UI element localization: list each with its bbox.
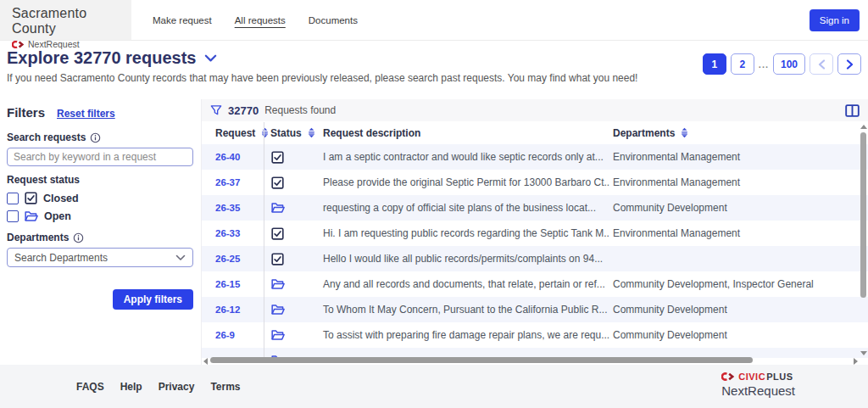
open-status-icon [271,329,285,341]
scroll-down-arrow-icon[interactable] [860,351,867,355]
footer-link-terms[interactable]: Terms [210,381,240,393]
open-status-icon [271,202,285,214]
request-id-link[interactable]: 26-40 [215,152,240,162]
closed-status-icon [271,151,284,164]
nav-make-request[interactable]: Make request [153,15,212,25]
reset-filters-link[interactable]: Reset filters [57,108,115,120]
sign-in-button[interactable]: Sign in [810,9,860,31]
pagination-ellipsis: ... [759,59,769,70]
table-row[interactable]: 26-33 Hi. I am requesting public records… [202,221,868,246]
request-id-link[interactable]: 26-15 [215,279,240,289]
table-row[interactable]: 26-15 Any and all records and documents,… [202,271,868,297]
agency-logo-block[interactable]: Sacramento County NextRequest [0,0,131,40]
status-filter-closed[interactable]: Closed [7,192,193,204]
search-requests-input[interactable] [7,148,193,166]
table-row[interactable]: 26-12 To Whom It May Concern, Pursuant t… [202,297,868,322]
chevron-down-icon [175,254,186,261]
nextrequest-brand-text: NextRequest [721,383,795,398]
request-description: To Whom It May Concern, Pursuant to the … [318,304,609,316]
info-icon[interactable] [73,232,84,243]
request-id-link[interactable]: 26-9 [215,330,235,340]
horizontal-scrollbar-thumb[interactable] [210,357,753,363]
closed-label: Closed [43,193,79,204]
request-description: To assist with preparing fire damage rep… [318,329,609,341]
request-departments: Environmental Management [609,227,868,239]
request-description: Any and all records and documents, that … [318,278,609,290]
sort-icon[interactable] [680,127,689,138]
open-status-icon [25,210,38,222]
request-departments: Community Development [609,304,868,316]
vertical-scrollbar[interactable] [860,125,867,355]
scroll-right-arrow-icon[interactable] [854,358,858,365]
request-status-label: Request status [7,174,80,186]
filters-sidebar: Filters Reset filters Search requests Re… [0,99,201,365]
table-row[interactable]: 26-25 Hello I would like all public reco… [202,246,868,271]
table-row[interactable]: 26-35 requesting a copy of official site… [202,195,868,221]
chevron-down-icon[interactable] [204,54,217,63]
sticky-column-divider [264,122,264,357]
open-status-icon [271,278,285,290]
nav-all-requests[interactable]: All requests [235,15,286,25]
chevron-left-icon [818,59,826,70]
columns-icon [845,104,860,117]
hero-section: Explore 32770 requests If you need Sacra… [0,41,868,99]
footer-link-privacy[interactable]: Privacy [159,381,195,393]
toggle-columns-button[interactable] [845,104,860,117]
request-id-link[interactable]: 26-12 [215,305,240,315]
request-description: Hi. I am requesting public records regar… [318,227,609,239]
request-departments: Community Development [609,202,868,214]
agency-name: Sacramento County [12,6,131,36]
status-filter-open[interactable]: Open [7,210,193,222]
request-description: requesting a copy of official site plans… [318,202,609,214]
departments-label: Departments [7,232,69,243]
page-button-2[interactable]: 2 [731,53,754,75]
table-row[interactable]: 26-40 I am a septic contractor and would… [202,144,868,170]
civicplus-brand: CIVIC PLUS NextRequest [721,372,795,398]
column-header-request: Request [215,127,255,139]
departments-select-value: Search Departments [14,252,108,264]
departments-select[interactable]: Search Departments [7,248,193,267]
civicplus-plus-text: PLUS [766,372,793,382]
page-title: Explore 32770 requests [7,48,196,68]
horizontal-scrollbar[interactable] [203,357,858,364]
closed-checkbox[interactable] [7,193,19,204]
filters-title: Filters [7,105,45,120]
column-header-description: Request description [323,127,420,139]
open-label: Open [44,210,71,222]
table-header-row: Request Status Request description Depar… [202,121,868,144]
request-departments: Community Development [609,329,868,341]
next-page-button[interactable] [837,53,861,75]
request-id-link[interactable]: 26-37 [215,177,240,187]
footer-link-faqs[interactable]: FAQS [76,381,104,393]
previous-page-button[interactable] [810,53,833,75]
page-button-1[interactable]: 1 [703,53,726,75]
column-header-status: Status [270,127,302,139]
sort-icon[interactable] [307,127,316,138]
request-id-link[interactable]: 26-33 [215,228,240,238]
nav-documents[interactable]: Documents [309,15,358,25]
request-description: I am a septic contractor and would like … [318,151,609,163]
info-icon[interactable] [90,132,101,143]
scroll-left-arrow-icon[interactable] [203,358,208,365]
closed-status-icon [271,176,284,189]
table-row[interactable]: 26-37 Please provide the original Septic… [202,170,868,195]
vertical-scrollbar-thumb[interactable] [860,132,866,298]
page-button-last[interactable]: 100 [773,53,805,75]
open-checkbox[interactable] [7,210,19,222]
scroll-up-arrow-icon[interactable] [860,125,867,129]
table-row[interactable]: 26-9 To assist with preparing fire damag… [202,322,868,348]
closed-status-icon [271,253,284,265]
footer: FAQS Help Privacy Terms CIVIC PLUS NextR… [0,365,868,408]
civicplus-civic-text: CIVIC [738,372,765,382]
chevron-right-icon [846,59,854,70]
request-departments: Environmental Management [609,176,868,188]
apply-filters-button[interactable]: Apply filters [113,289,193,310]
request-id-link[interactable]: 26-25 [215,254,240,264]
table-body: 26-40 I am a septic contractor and would… [202,144,868,358]
pagination: 1 2 ... 100 [703,53,861,75]
request-departments: Community Development, Inspector General [609,278,868,290]
footer-link-help[interactable]: Help [120,381,142,393]
closed-status-icon [25,192,37,204]
request-id-link[interactable]: 26-35 [215,203,240,213]
civicplus-cp-icon [721,372,735,381]
